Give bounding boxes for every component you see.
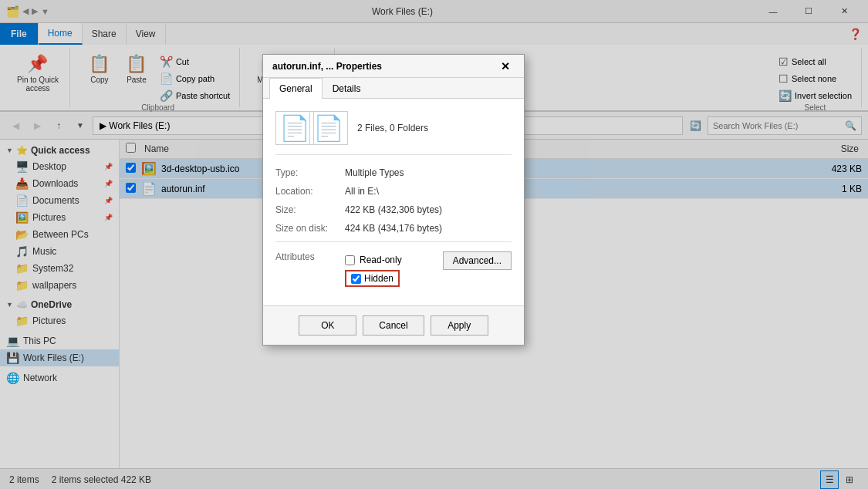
dialog-separator	[275, 241, 512, 242]
size-label: Size:	[275, 204, 345, 215]
hidden-checkbox[interactable]	[351, 274, 361, 284]
readonly-checkbox[interactable]	[345, 255, 355, 265]
size-disk-value: 424 KB (434,176 bytes)	[345, 223, 442, 234]
type-value: Multiple Types	[345, 167, 404, 178]
cancel-button[interactable]: Cancel	[363, 315, 424, 336]
dialog-type-row: Type: Multiple Types	[275, 167, 512, 178]
location-label: Location:	[275, 186, 345, 197]
dialog-tabs: General Details	[263, 78, 524, 99]
apply-button[interactable]: Apply	[431, 315, 488, 336]
file-page-icon: 📄	[275, 111, 314, 145]
attributes-container: Read-only Hidden	[345, 251, 443, 287]
attributes-checkboxes: Read-only Hidden	[345, 255, 443, 287]
dialog-file-icon: 📄 📄	[275, 111, 348, 145]
advanced-button[interactable]: Advanced...	[443, 251, 512, 270]
dialog-size-disk-row: Size on disk: 424 KB (434,176 bytes)	[275, 223, 512, 234]
hidden-label: Hidden	[364, 273, 393, 284]
readonly-label: Read-only	[360, 255, 402, 265]
dialog-content: 📄 📄 2 Files, 0 Folders Type: Multiple Ty…	[263, 99, 524, 305]
dialog-tab-details[interactable]: Details	[323, 78, 371, 99]
type-label: Type:	[275, 167, 345, 178]
hidden-checkbox-box: Hidden	[345, 270, 400, 287]
location-value: All in E:\	[345, 186, 379, 197]
dialog-size-row: Size: 422 KB (432,306 bytes)	[275, 204, 512, 215]
dialog-close-button[interactable]: ✕	[496, 57, 515, 76]
size-disk-label: Size on disk:	[275, 223, 345, 234]
dialog-titlebar: autorun.inf, ... Properties ✕	[263, 55, 524, 78]
dialog-file-icon-row: 📄 📄 2 Files, 0 Folders	[275, 111, 512, 155]
advanced-button-container: Advanced...	[443, 251, 512, 270]
dialog-location-row: Location: All in E:\	[275, 186, 512, 197]
dialog-tab-general[interactable]: General	[269, 78, 323, 99]
size-value: 422 KB (432,306 bytes)	[345, 204, 442, 215]
readonly-checkbox-row: Read-only	[345, 255, 443, 265]
file-page-icon2: 📄	[309, 111, 348, 145]
dialog-file-count: 2 Files, 0 Folders	[357, 123, 428, 133]
properties-dialog: autorun.inf, ... Properties ✕ General De…	[262, 54, 525, 346]
hidden-checkbox-row: Hidden	[345, 270, 443, 287]
dialog-title: autorun.inf, ... Properties	[272, 61, 496, 72]
attributes-label: Attributes	[275, 251, 345, 262]
dialog-footer: OK Cancel Apply	[263, 305, 524, 345]
dialog-attributes-row: Attributes Read-only Hidden A	[275, 251, 512, 287]
ok-button[interactable]: OK	[299, 315, 356, 336]
